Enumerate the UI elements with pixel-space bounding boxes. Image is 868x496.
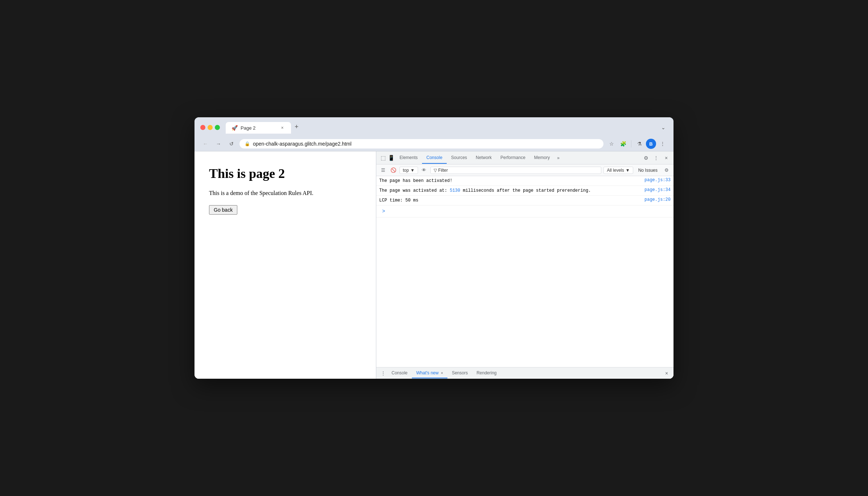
console-source-2[interactable]: page.js:34 — [644, 187, 671, 192]
drawer-tab-whatsnew-label: What's new — [416, 370, 439, 375]
devtools-close-button[interactable]: × — [662, 154, 671, 162]
minimize-traffic-light[interactable] — [208, 125, 213, 130]
console-output: The page has been activated! page.js:33 … — [376, 176, 673, 367]
console-filter-input[interactable]: ▽ Filter — [430, 167, 602, 174]
devtools-panel: ⬚ 📱 Elements Console Sources Network Per… — [376, 151, 673, 379]
tab-title: Page 2 — [241, 125, 277, 131]
traffic-lights — [200, 125, 220, 130]
url-text: open-chalk-asparagus.glitch.me/page2.htm… — [253, 141, 598, 147]
tab-network[interactable]: Network — [471, 152, 496, 164]
devtools-device-icon[interactable]: 📱 — [387, 154, 395, 162]
profile-button[interactable]: B — [646, 139, 656, 149]
navigation-bar: ← → ↺ 🔒 open-chalk-asparagus.glitch.me/p… — [195, 137, 673, 151]
console-toolbar: ☰ 🚫 top ▼ 👁 ▽ Filter All levels ▼ No Iss… — [376, 164, 673, 176]
console-message-1: The page has been activated! — [379, 178, 642, 184]
close-traffic-light[interactable] — [200, 125, 205, 130]
forward-button[interactable]: → — [213, 139, 224, 149]
lab-button[interactable]: ⚗ — [634, 139, 644, 149]
new-tab-button[interactable]: + — [291, 121, 302, 133]
console-eye-button[interactable]: 👁 — [420, 166, 428, 174]
menu-button[interactable]: ⋮ — [658, 139, 668, 149]
console-line-3: LCP time: 50 ms page.js:20 — [376, 196, 673, 206]
content-area: This is page 2 This is a demo of the Spe… — [195, 151, 673, 379]
page-description: This is a demo of the Speculation Rules … — [209, 190, 361, 196]
nav-divider — [631, 140, 631, 147]
title-bar-top: 🚀 Page 2 × + ⌄ — [200, 121, 668, 134]
tab-elements[interactable]: Elements — [395, 152, 422, 164]
page-heading: This is page 2 — [209, 166, 361, 181]
maximize-traffic-light[interactable] — [215, 125, 220, 130]
drawer-menu-button[interactable]: ⋮ — [379, 369, 387, 377]
filter-icon: ▽ — [434, 168, 437, 173]
drawer-tab-console[interactable]: Console — [387, 368, 412, 378]
drawer-tab-whatsnew[interactable]: What's new × — [412, 368, 447, 378]
devtools-tab-actions: ⚙ ⋮ × — [642, 154, 671, 162]
tab-memory[interactable]: Memory — [530, 152, 554, 164]
secure-icon: 🔒 — [245, 141, 250, 146]
console-prompt-line[interactable]: > — [376, 206, 673, 217]
console-settings-button[interactable]: ⚙ — [663, 166, 671, 174]
drawer-tab-sensors-label: Sensors — [452, 370, 468, 375]
console-source-1[interactable]: page.js:33 — [644, 178, 671, 183]
level-label: All levels — [607, 168, 624, 173]
level-dropdown-icon: ▼ — [626, 168, 630, 173]
drawer-tab-rendering[interactable]: Rendering — [472, 368, 501, 378]
context-dropdown-icon: ▼ — [410, 168, 415, 173]
extension-button[interactable]: 🧩 — [618, 139, 628, 149]
filter-label: Filter — [438, 168, 448, 173]
tab-favicon: 🚀 — [232, 125, 238, 131]
browser-window: 🚀 Page 2 × + ⌄ ← → ↺ 🔒 open-chalk-aspara… — [195, 117, 673, 379]
context-label: top — [403, 168, 409, 173]
drawer-tab-console-label: Console — [392, 370, 408, 375]
console-source-3[interactable]: page.js:20 — [644, 197, 671, 202]
bookmark-button[interactable]: ☆ — [606, 139, 617, 149]
active-tab[interactable]: 🚀 Page 2 × — [226, 122, 291, 134]
console-clear-button[interactable]: 🚫 — [389, 166, 397, 174]
devtools-settings-button[interactable]: ⚙ — [642, 154, 650, 162]
page-content: This is page 2 This is a demo of the Spe… — [195, 151, 376, 379]
devtools-inspector-icon[interactable]: ⬚ — [379, 154, 387, 162]
drawer-tab-sensors[interactable]: Sensors — [447, 368, 472, 378]
address-bar[interactable]: 🔒 open-chalk-asparagus.glitch.me/page2.h… — [239, 139, 603, 149]
console-level-selector[interactable]: All levels ▼ — [603, 167, 633, 174]
more-tabs-button[interactable]: » — [554, 153, 562, 163]
tab-sources[interactable]: Sources — [447, 152, 471, 164]
console-sidebar-toggle[interactable]: ☰ — [379, 166, 387, 174]
title-bar: 🚀 Page 2 × + ⌄ — [195, 117, 673, 137]
console-message-3: LCP time: 50 ms — [379, 197, 642, 204]
devtools-drawer: ⋮ Console What's new × Sensors Rendering… — [376, 367, 673, 379]
tab-bar: 🚀 Page 2 × + — [226, 121, 656, 134]
tab-close-button[interactable]: × — [279, 125, 285, 131]
console-highlight-value: 5130 — [450, 188, 460, 193]
drawer-tab-rendering-label: Rendering — [476, 370, 496, 375]
drawer-close-button[interactable]: × — [663, 369, 671, 377]
go-back-button[interactable]: Go back — [209, 205, 237, 215]
devtools-more-options-button[interactable]: ⋮ — [652, 154, 660, 162]
back-button[interactable]: ← — [200, 139, 210, 149]
console-line-1: The page has been activated! page.js:33 — [376, 176, 673, 186]
console-message-2: The page was activated at: 5130 millisec… — [379, 187, 642, 194]
nav-actions: ☆ 🧩 ⚗ B ⋮ — [606, 139, 668, 149]
tab-console[interactable]: Console — [422, 152, 447, 164]
console-line-2: The page was activated at: 5130 millisec… — [376, 186, 673, 196]
console-issues-count: No Issues — [635, 167, 660, 174]
drawer-tab-whatsnew-close[interactable]: × — [441, 371, 443, 375]
reload-button[interactable]: ↺ — [226, 139, 237, 149]
console-context-selector[interactable]: top ▼ — [400, 167, 418, 174]
console-prompt-icon: > — [379, 207, 388, 216]
tab-dropdown-button[interactable]: ⌄ — [659, 122, 668, 133]
devtools-tab-bar: ⬚ 📱 Elements Console Sources Network Per… — [376, 151, 673, 164]
tab-performance[interactable]: Performance — [496, 152, 530, 164]
